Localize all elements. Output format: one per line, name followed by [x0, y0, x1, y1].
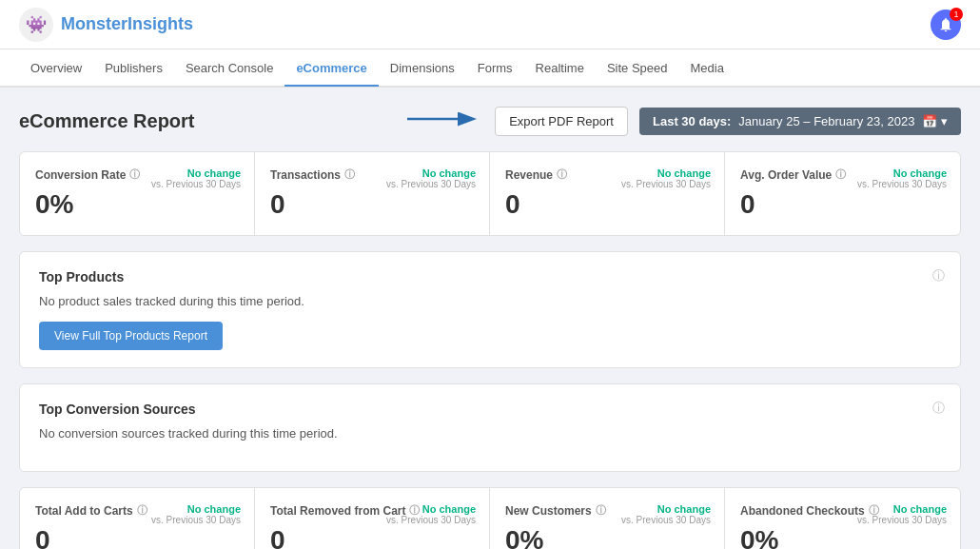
- export-pdf-button[interactable]: Export PDF Report: [495, 107, 628, 136]
- info-icon[interactable]: ⓘ: [596, 503, 606, 518]
- vs-label: vs. Previous 30 Days: [151, 515, 241, 525]
- nav-item-realtime[interactable]: Realtime: [524, 50, 596, 87]
- stat-card-revenue: Revenue ⓘ 0 No change vs. Previous 30 Da…: [490, 152, 725, 235]
- stat-card-removed-from-cart: Total Removed from Cart ⓘ 0 No change vs…: [255, 488, 490, 549]
- info-icon[interactable]: ⓘ: [835, 167, 846, 182]
- report-controls: Export PDF Report Last 30 days: January …: [407, 107, 961, 136]
- stat-card-abandoned-checkouts: Abandoned Checkouts ⓘ 0% No change vs. P…: [725, 488, 960, 549]
- header-right: 1: [931, 10, 961, 40]
- change-label: No change: [386, 503, 476, 515]
- page-title: eCommerce Report: [19, 110, 195, 132]
- stat-change: No change vs. Previous 30 Days: [857, 503, 947, 525]
- nav-item-publishers[interactable]: Publishers: [93, 50, 174, 87]
- calendar-icon: 📅 ▾: [922, 114, 948, 128]
- stat-value: 0%: [740, 525, 945, 549]
- top-conversion-section: Top Conversion Sources ⓘ No conversion s…: [19, 383, 961, 472]
- info-icon[interactable]: ⓘ: [557, 167, 567, 182]
- top-products-title: Top Products: [39, 269, 941, 284]
- vs-label: vs. Previous 30 Days: [621, 515, 711, 525]
- info-icon[interactable]: ⓘ: [137, 503, 147, 518]
- stat-value: 0: [270, 525, 474, 549]
- logo-text-plain: Monster: [61, 14, 127, 33]
- logo-icon: 👾: [19, 8, 53, 42]
- stat-change: No change vs. Previous 30 Days: [386, 167, 476, 189]
- stat-card-avg-order: Avg. Order Value ⓘ 0 No change vs. Previ…: [725, 152, 960, 235]
- logo: 👾 MonsterInsights: [19, 8, 193, 42]
- date-range-label: Last 30 days:: [653, 114, 731, 128]
- stat-change: No change vs. Previous 30 Days: [151, 167, 241, 189]
- date-range-button[interactable]: Last 30 days: January 25 – February 23, …: [639, 108, 961, 135]
- change-label: No change: [621, 503, 711, 515]
- stat-change: No change vs. Previous 30 Days: [621, 167, 711, 189]
- logo-text: MonsterInsights: [61, 14, 193, 34]
- change-label: No change: [386, 167, 476, 179]
- stat-value: 0: [740, 189, 945, 220]
- change-label: No change: [857, 167, 947, 179]
- stat-value: 0: [270, 189, 474, 220]
- stat-value: 0%: [35, 189, 239, 220]
- report-header: eCommerce Report Export PDF Report Last …: [19, 107, 961, 136]
- nav-item-search-console[interactable]: Search Console: [174, 50, 285, 87]
- stat-change: No change vs. Previous 30 Days: [386, 503, 476, 525]
- vs-label: vs. Previous 30 Days: [151, 179, 241, 189]
- date-range-value: January 25 – February 23, 2023: [738, 114, 914, 128]
- logo-text-accent: Insights: [127, 14, 193, 33]
- vs-label: vs. Previous 30 Days: [386, 179, 476, 189]
- top-products-empty: No product sales tracked during this tim…: [39, 294, 941, 308]
- stat-card-add-to-carts: Total Add to Carts ⓘ 0 No change vs. Pre…: [20, 488, 255, 549]
- change-label: No change: [857, 503, 947, 515]
- bottom-stats-grid: Total Add to Carts ⓘ 0 No change vs. Pre…: [19, 487, 961, 549]
- nav-item-media[interactable]: Media: [679, 50, 735, 87]
- vs-label: vs. Previous 30 Days: [857, 179, 947, 189]
- stat-value: 0%: [505, 525, 709, 549]
- stat-card-conversion-rate: Conversion Rate ⓘ 0% No change vs. Previ…: [20, 152, 255, 235]
- nav-item-ecommerce[interactable]: eCommerce: [284, 50, 378, 87]
- vs-label: vs. Previous 30 Days: [857, 515, 947, 525]
- nav-item-dimensions[interactable]: Dimensions: [379, 50, 466, 87]
- vs-label: vs. Previous 30 Days: [386, 515, 476, 525]
- app-header: 👾 MonsterInsights 1: [0, 0, 980, 49]
- view-top-products-button[interactable]: View Full Top Products Report: [39, 322, 223, 350]
- nav-item-site-speed[interactable]: Site Speed: [596, 50, 679, 87]
- change-label: No change: [151, 503, 241, 515]
- stat-change: No change vs. Previous 30 Days: [621, 503, 711, 525]
- nav-item-overview[interactable]: Overview: [19, 50, 93, 87]
- stat-value: 0: [35, 525, 239, 549]
- stat-change: No change vs. Previous 30 Days: [151, 503, 241, 525]
- top-products-section: Top Products ⓘ No product sales tracked …: [19, 251, 961, 368]
- top-conversion-title: Top Conversion Sources: [39, 402, 941, 417]
- section-info-icon[interactable]: ⓘ: [932, 267, 945, 284]
- stat-card-new-customers: New Customers ⓘ 0% No change vs. Previou…: [490, 488, 725, 549]
- nav-item-forms[interactable]: Forms: [466, 50, 524, 87]
- arrow-icon: [407, 108, 483, 136]
- stats-grid: Conversion Rate ⓘ 0% No change vs. Previ…: [19, 151, 961, 236]
- info-icon[interactable]: ⓘ: [344, 167, 355, 182]
- main-content: eCommerce Report Export PDF Report Last …: [0, 88, 980, 549]
- main-nav: Overview Publishers Search Console eComm…: [0, 49, 980, 88]
- vs-label: vs. Previous 30 Days: [621, 179, 711, 189]
- stat-change: No change vs. Previous 30 Days: [857, 167, 947, 189]
- notification-badge: 1: [950, 8, 963, 21]
- section-info-icon[interactable]: ⓘ: [932, 400, 945, 417]
- change-label: No change: [621, 167, 711, 179]
- info-icon[interactable]: ⓘ: [129, 167, 140, 182]
- change-label: No change: [151, 167, 241, 179]
- stat-card-transactions: Transactions ⓘ 0 No change vs. Previous …: [255, 152, 490, 235]
- top-conversion-empty: No conversion sources tracked during thi…: [39, 426, 941, 441]
- stat-value: 0: [505, 189, 709, 220]
